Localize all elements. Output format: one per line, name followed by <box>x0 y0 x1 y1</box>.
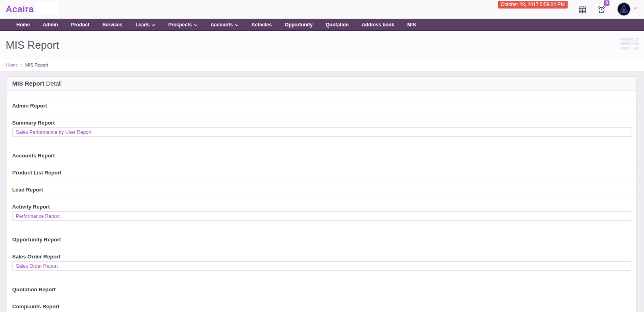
sales-performance-by-user-report-link[interactable]: Sales Performance by User Report <box>16 129 91 135</box>
brand-logo[interactable]: Acaira <box>6 4 34 15</box>
nav-item-prospects[interactable]: Prospects <box>162 19 204 31</box>
empty-row <box>7 91 636 97</box>
mis-report-detail-panel: MIS Report Detail Admin Report Summary R… <box>7 76 637 312</box>
main-navbar: Home Admin Product Services Leads Prospe… <box>0 19 644 31</box>
section-heading: Quotation Report <box>12 281 631 298</box>
section-heading: Admin Report <box>12 97 631 114</box>
chevron-down-icon <box>235 22 239 28</box>
report-link-box: Sales Performance by User Report <box>12 127 631 137</box>
section-summary-report: Summary Report Sales Performance by User… <box>7 114 636 147</box>
user-menu[interactable] <box>617 2 637 17</box>
nav-item-services[interactable]: Services <box>96 19 129 31</box>
topbar: Acaira October 28, 2017 5:59:04 PM <box>0 0 644 19</box>
nav-item-accounts[interactable]: Accounts <box>204 19 245 31</box>
nav-item-opportunity[interactable]: Opportunity <box>278 19 319 31</box>
chevron-down-icon <box>152 22 155 28</box>
section-activity-report: Activity Report Performance Report <box>7 198 636 231</box>
section-heading: Opportunity Report <box>12 231 631 248</box>
avatar <box>617 2 631 17</box>
nav-item-mis[interactable]: MIS <box>401 19 422 31</box>
section-heading: Accounts Report <box>12 147 631 164</box>
nav-item-quotation[interactable]: Quotation <box>319 19 356 31</box>
report-link-box: Performance Report <box>12 211 631 221</box>
panel-header: MIS Report Detail <box>7 77 636 91</box>
calendar-button[interactable] <box>578 5 587 15</box>
section-heading: Sales Order Report <box>12 248 631 261</box>
sales-order-report-link[interactable]: Sales Order Report <box>16 263 58 269</box>
page-title: MIS Report <box>6 39 59 52</box>
nav-item-activites[interactable]: Activites <box>245 19 278 31</box>
section-heading: Complaints Report <box>12 298 631 312</box>
page-title-area: MIS Report <box>0 31 644 59</box>
section-heading: Summary Report <box>12 114 631 127</box>
chevron-down-icon <box>194 22 197 28</box>
nav-item-address-book[interactable]: Address book <box>355 19 401 31</box>
section-heading: Activity Report <box>12 198 631 211</box>
nav-item-leads[interactable]: Leads <box>129 19 162 31</box>
topbar-right: October 28, 2017 5:59:04 PM <box>498 0 637 19</box>
nav-item-home[interactable]: Home <box>10 19 36 31</box>
alarm-button[interactable]: 0 <box>597 5 606 15</box>
nav-item-admin[interactable]: Admin <box>36 19 64 31</box>
logo-placeholder-box <box>35 2 58 15</box>
main-content: MIS Report Detail Admin Report Summary R… <box>0 71 644 312</box>
performance-report-link[interactable]: Performance Report <box>16 213 60 219</box>
breadcrumb-separator: › <box>21 62 22 68</box>
section-admin-report: Admin Report <box>7 97 636 114</box>
section-opportunity-report: Opportunity Report <box>7 231 636 248</box>
section-lead-report: Lead Report <box>7 181 636 198</box>
section-product-list-report: Product List Report <box>7 164 636 181</box>
stacked-bars-icon[interactable] <box>620 38 639 51</box>
section-heading: Lead Report <box>12 181 631 198</box>
notification-count-badge: 0 <box>604 0 609 6</box>
report-link-box: Sales Order Report <box>12 261 631 271</box>
panel-title: MIS Report <box>12 80 44 87</box>
breadcrumb-current: MIS Report <box>25 62 48 67</box>
section-sales-order-report: Sales Order Report Sales Order Report <box>7 248 636 281</box>
section-accounts-report: Accounts Report <box>7 147 636 164</box>
section-complaints-report: Complaints Report <box>7 298 636 312</box>
chevron-down-icon <box>633 4 637 11</box>
panel-title-suffix: Detail <box>46 80 61 87</box>
breadcrumb: Home › MIS Report <box>0 59 644 71</box>
datetime-badge: October 28, 2017 5:59:04 PM <box>498 1 568 9</box>
breadcrumb-home-link[interactable]: Home <box>6 62 18 67</box>
nav-item-product[interactable]: Product <box>65 19 96 31</box>
section-heading: Product List Report <box>12 164 631 181</box>
alarm-clock-icon <box>597 5 606 15</box>
section-quotation-report: Quotation Report <box>7 281 636 298</box>
calendar-icon <box>578 5 587 15</box>
